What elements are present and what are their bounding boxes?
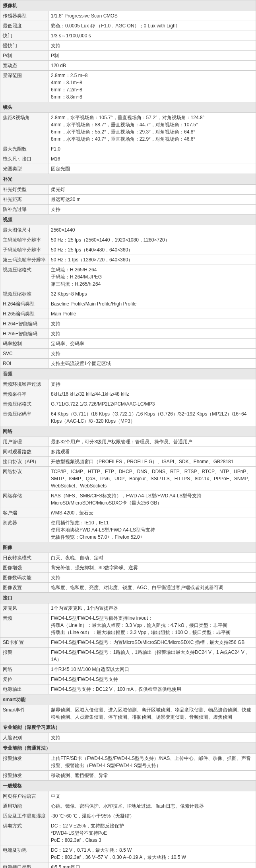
table-row: 音频环境噪声过滤支持 <box>0 379 256 389</box>
row-label: SVC <box>0 349 48 359</box>
row-value: 64 Kbps（G.711）/16 Kbps（G.722.1）/16 Kbps（… <box>48 409 256 426</box>
row-label: 第三码流帧率分辨率 <box>0 255 48 265</box>
table-row: 网络存储NAS（NFS、SMB/CIFS标支持），FWD A4-LS型/FWD … <box>0 491 256 508</box>
row-label: Smart事件 <box>0 705 48 722</box>
row-label: 图像设置 <box>0 583 48 593</box>
table-row: 最大光圈数F1.0 <box>0 144 256 154</box>
section-header: 网络 <box>0 426 256 437</box>
section-header: 一般规格 <box>0 781 256 791</box>
table-row: 客户端iVMS-4200，萤石云 <box>0 508 256 518</box>
row-value: 使用插件预览：IE10，IE11使用本地协议FWD A4-LS型/FWD A4-… <box>48 518 256 542</box>
table-row: 日夜转换模式白天、夜晚、自动、定时 <box>0 553 256 563</box>
row-value: M16 <box>48 154 256 164</box>
row-value: 白天、夜晚、自动、定时 <box>48 553 256 563</box>
row-value: FWD4-LS型/FWD4-LS型号：内置MicroSD/MicroSDHC/M… <box>48 638 256 648</box>
row-label: 焦距&视场角 <box>0 113 48 144</box>
row-label: 报警触发 <box>0 771 48 781</box>
row-label: 接口协议（API） <box>0 457 48 467</box>
row-value: -30 ℃~60 ℃，湿度小于95%（无凝结） <box>48 811 256 821</box>
table-row: 景深范围2.8mm：2.5 m~84mm：3.1m~86mm：7.2m~88mm… <box>0 71 256 102</box>
row-label: H.265编码类型 <box>0 309 48 319</box>
row-label: 子码流帧率分辨率 <box>0 245 48 255</box>
row-value: FWD4-LS型/FWD4-LS型号：1路输入，1路输出（报警输出最大支持DC2… <box>48 648 256 665</box>
row-label: 图像增强 <box>0 563 48 573</box>
row-value: NAS（NFS、SMB/CIFS标支持），FWD A4-LS型/FWD A4-L… <box>48 491 256 508</box>
table-row: 光圈类型固定光圈 <box>0 164 256 174</box>
row-value: 50 Hz：25 fps（2560×1440，1920×1080，1280×72… <box>48 235 256 245</box>
table-row: 慢快门支持 <box>0 41 256 51</box>
row-value: 支持 <box>48 349 256 359</box>
row-value: 支持 <box>48 379 256 389</box>
row-value: 2.8mm：2.5 m~84mm：3.1m~86mm：7.2m~88mm：8.8… <box>48 71 256 102</box>
table-row: 镜头尺寸接口M16 <box>0 154 256 164</box>
table-row: 浏览器使用插件预览：IE10，IE11使用本地协议FWD A4-LS型/FWD … <box>0 518 256 542</box>
row-value: 饱和度、饱和度、亮度、对比度、锐度、AGC、白平衡通过客户端或者浏览器可调 <box>48 583 256 593</box>
row-value: 支持 <box>48 329 256 339</box>
row-label: H.264编码类型 <box>0 299 48 309</box>
table-row: 用户管理最多32个用户，可分3级用户权限管理：管理员、操作员、普通用户 <box>0 437 256 447</box>
table-row: 码率控制定码率、变码率 <box>0 339 256 349</box>
table-row: 网页客户端语言中文 <box>0 791 256 801</box>
row-label: 音频环境噪声过滤 <box>0 379 48 389</box>
row-value: 1/1.8" Progressive Scan CMOS <box>48 11 256 21</box>
table-row: 最大图像尺寸2560×1440 <box>0 225 256 235</box>
row-value: 主码流：H.265/H.264子码流：H.264/M.JPEG第三码流：H.26… <box>48 265 256 289</box>
table-row: 复位FWD4-LS型/FWD4-LS型号支持 <box>0 675 256 684</box>
section-header: 镜头 <box>0 102 256 113</box>
table-row: 图像数码功能支持 <box>0 573 256 583</box>
row-label: 音频 <box>0 613 48 638</box>
row-label: H.265+智能编码 <box>0 329 48 339</box>
table-row: 主码流帧率分辨率50 Hz：25 fps（2560×1440，1920×1080… <box>0 235 256 245</box>
row-label: 主码流帧率分辨率 <box>0 235 48 245</box>
row-label: 麦克风 <box>0 603 48 613</box>
table-row: 电流及功耗DC：12 V，0.71 A，最大功耗：8.5 WPoE：802.3a… <box>0 845 256 862</box>
table-row: 传感器类型1/1.8" Progressive Scan CMOS <box>0 11 256 21</box>
row-value: 支持 <box>48 205 256 215</box>
table-row: 音频压缩格式G.711/G.722.1/G.726/MP2L2/PCM/AAC-… <box>0 399 256 409</box>
row-value: 32 Kbps~8 Mbps <box>48 289 256 299</box>
table-row: 网络协议TCP/IP、ICMP、HTTP、FTP、DHCP、DNS、DDNS、R… <box>0 467 256 491</box>
row-value: 2560×1440 <box>48 225 256 235</box>
row-label: 供电方式 <box>0 821 48 845</box>
table-row: 快门1/3 s～1/100,000 s <box>0 31 256 41</box>
spec-table: 摄像机传感器类型1/1.8" Progressive Scan CMOS最低照度… <box>0 0 256 868</box>
row-value: 50 Hz：1 fps（1280×720，640×360） <box>48 255 256 265</box>
row-label: 电源输出 <box>0 684 48 694</box>
section-title: 图像 <box>0 542 256 553</box>
table-row: 视频压缩标准32 Kbps~8 Mbps <box>0 289 256 299</box>
section-title: 摄像机 <box>0 0 256 11</box>
section-header: 视频 <box>0 215 256 225</box>
row-value: F1.0 <box>48 144 256 154</box>
row-label: 网页客户端语言 <box>0 791 48 801</box>
row-label: 电源接口类型 <box>0 862 48 868</box>
row-value: 支持 <box>48 573 256 583</box>
row-value: 柔光灯 <box>48 185 256 195</box>
row-value: iVMS-4200，萤石云 <box>48 508 256 518</box>
section-header: 接口 <box>0 593 256 603</box>
table-row: 报警触发上传FTP/SD卡（FWD4-LS型/FWD4-LS型号支持）/NAS、… <box>0 754 256 771</box>
section-header: 图像 <box>0 542 256 553</box>
table-row: 宽动态120 dB <box>0 61 256 71</box>
row-label: 同时观看路数 <box>0 447 48 457</box>
row-label: 补光距离 <box>0 195 48 205</box>
row-label: 用户管理 <box>0 437 48 447</box>
row-label: 视频压缩标准 <box>0 289 48 299</box>
table-row: 接口协议（API）开放型视频视频窗口（PROFILES，PROFILE.G）、I… <box>0 457 256 467</box>
row-label: SD卡扩置 <box>0 638 48 648</box>
table-row: 通用功能心跳、镜像、密码保护、水印技术、IP地址过滤、flash日志、像素计数器 <box>0 801 256 811</box>
row-label: 光圈类型 <box>0 164 48 174</box>
table-row: 补光灯类型柔光灯 <box>0 185 256 195</box>
row-value: 2.8mm，水平视场角：105.7°，垂直视场角：57.2°，对角视场角：124… <box>48 113 256 144</box>
section-header: smart功能 <box>0 694 256 705</box>
row-value: G.711/G.722.1/G.726/MP2L2/PCM/AAC-LC/MP3 <box>48 399 256 409</box>
table-row: H.264+智能编码支持 <box>0 319 256 329</box>
section-header: 专业能能（深度学习算法） <box>0 722 256 733</box>
table-row: 音频压缩码率64 Kbps（G.711）/16 Kbps（G.722.1）/16… <box>0 409 256 426</box>
table-row: SVC支持 <box>0 349 256 359</box>
row-value: FWD4-LS型号支持：DC12 V，100 mA，仅供检查器供电使用 <box>48 684 256 694</box>
row-value: 支持 <box>48 319 256 329</box>
table-row: 第三码流帧率分辨率50 Hz：1 fps（1280×720，640×360） <box>0 255 256 265</box>
section-title: 音频 <box>0 369 256 379</box>
row-value: 背光补偿、强光抑制、3D数字降噪、逆雾 <box>48 563 256 573</box>
table-row: 人脸识别支持 <box>0 733 256 743</box>
